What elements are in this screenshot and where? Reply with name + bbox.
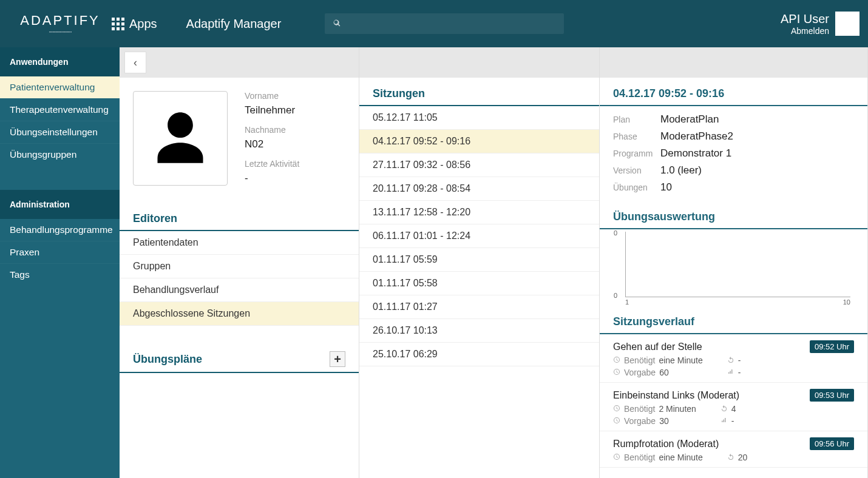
exercise-time-badge: 09:56 Uhr [810, 437, 854, 450]
kv-key-exercises: Übungen [613, 183, 660, 192]
lastname-label: Nachname [245, 125, 299, 135]
session-item[interactable]: 01.11.17 05:59 [359, 248, 599, 272]
search-box[interactable] [325, 13, 564, 34]
session-item[interactable]: 20.11.17 09:28 - 08:54 [359, 177, 599, 201]
logout-link[interactable]: Abmelden [781, 26, 829, 36]
firstname-label: Vorname [245, 91, 299, 101]
user-name: API User [781, 12, 829, 26]
kv-val-plan: ModeratPlan [660, 113, 719, 126]
cycle-icon [727, 355, 734, 365]
avatar[interactable] [835, 12, 860, 36]
session-item[interactable]: 04.12.17 09:52 - 09:16 [359, 130, 599, 153]
kv-key-phase: Phase [613, 132, 660, 141]
sidebar: Anwendungen Patientenverwaltung Therapeu… [0, 47, 120, 478]
kv-key-plan: Plan [613, 115, 660, 124]
x-tick-right: 10 [843, 298, 850, 306]
column-profile: ‹ Vorname Teilnehmer Nachname N02 Letzte… [120, 47, 359, 478]
profile-block: Vorname Teilnehmer Nachname N02 Letzte A… [120, 78, 359, 203]
cycle-icon [727, 453, 734, 462]
cycle-icon [721, 404, 728, 414]
clock-icon [613, 404, 620, 414]
search-input[interactable] [347, 19, 555, 29]
x-tick-left: 1 [625, 298, 629, 306]
session-item[interactable]: 05.12.17 11:05 [359, 106, 599, 130]
kv-val-phase: ModeratPhase2 [660, 130, 733, 143]
session-item[interactable]: 01.11.17 05:58 [359, 272, 599, 295]
editor-item-behandlungsverlauf[interactable]: Behandlungsverlauf [120, 278, 359, 302]
bars-icon [727, 368, 734, 377]
column-toolbar: ‹ [120, 47, 359, 78]
sidebar-item-uebungseinstellungen[interactable]: Übungseinstellungen [0, 121, 120, 143]
column-toolbar [600, 47, 867, 78]
kv-key-program: Programm [613, 149, 660, 158]
target-value: 60 [659, 368, 669, 377]
sidebar-item-tags[interactable]: Tags [0, 263, 120, 286]
session-item[interactable]: 27.11.17 09:32 - 08:56 [359, 153, 599, 177]
intensity-value: - [738, 368, 741, 377]
apps-grid-icon [112, 18, 124, 30]
kv-val-exercises: 10 [660, 181, 672, 194]
sidebar-item-therapeutenverwaltung[interactable]: Therapeutenverwaltung [0, 98, 120, 121]
exercise-item[interactable]: Gehen auf der Stelle09:52 UhrBenötigt ei… [600, 334, 867, 383]
y-tick-bottom: 0 [614, 292, 617, 299]
profile-fields: Vorname Teilnehmer Nachname N02 Letzte A… [245, 91, 299, 189]
lastname-value: N02 [245, 138, 299, 150]
search-icon [333, 19, 341, 29]
user-menu[interactable]: API User Abmelden [781, 12, 829, 36]
sidebar-item-behandlungsprogramme[interactable]: Behandlungsprogramme [0, 219, 120, 241]
app-title: Adaptify Manager [186, 17, 282, 31]
bars-icon [721, 416, 728, 426]
kv-key-version: Version [613, 166, 660, 175]
firstname-value: Teilnehmer [245, 104, 299, 116]
editor-item-gruppen[interactable]: Gruppen [120, 255, 359, 278]
back-button[interactable]: ‹ [124, 52, 146, 73]
target-label: Vorgabe [624, 368, 656, 377]
sidebar-item-patientenverwaltung[interactable]: Patientenverwaltung [0, 76, 120, 98]
plans-title-row: Übungspläne + [120, 342, 359, 373]
column-sessions: Sitzungen 05.12.17 11:0504.12.17 09:52 -… [359, 47, 600, 478]
topbar: ADAPTIFY ∙∙∙∙∙∙∙∙∙∙∙∙∙∙∙∙∙∙∙∙∙ Apps Adap… [0, 0, 868, 47]
clock-icon [613, 416, 620, 426]
content: ‹ Vorname Teilnehmer Nachname N02 Letzte… [120, 47, 868, 478]
sidebar-item-uebungsgruppen[interactable]: Übungsgruppen [0, 143, 120, 166]
needed-label: Benötigt [624, 453, 655, 462]
column-toolbar [359, 47, 599, 78]
exercise-item[interactable]: Einbeinstand Links (Moderat)09:53 UhrBen… [600, 383, 867, 431]
add-plan-button[interactable]: + [330, 351, 345, 367]
logo-text: ADAPTIFY [20, 13, 100, 29]
session-item[interactable]: 13.11.17 12:58 - 12:20 [359, 201, 599, 224]
session-item[interactable]: 01.11.17 01:27 [359, 295, 599, 319]
last-activity-value: - [245, 172, 299, 184]
apps-menu-button[interactable]: Apps [112, 17, 157, 31]
course-title: Sitzungsverlauf [600, 306, 867, 334]
needed-label: Benötigt [624, 355, 655, 365]
eval-title: Übungsauswertung [600, 201, 867, 229]
target-value: 30 [659, 416, 669, 426]
editor-item-abgeschlossene-sitzungen[interactable]: Abgeschlossene Sitzungen [120, 302, 359, 326]
plans-title: Übungspläne [133, 353, 202, 366]
session-list: 05.12.17 11:0504.12.17 09:52 - 09:1627.1… [359, 106, 599, 366]
session-detail-title: 04.12.17 09:52 - 09:16 [600, 78, 867, 106]
editor-item-patientendaten[interactable]: Patientendaten [120, 231, 359, 255]
needed-value: eine Minute [659, 355, 702, 365]
clock-icon [613, 355, 620, 365]
exercise-name: Einbeinstand Links (Moderat) [613, 390, 739, 401]
plus-icon: + [334, 352, 341, 366]
chart-plot-area: 0 0 [625, 232, 850, 297]
session-item[interactable]: 25.10.17 06:29 [359, 343, 599, 366]
logo: ADAPTIFY ∙∙∙∙∙∙∙∙∙∙∙∙∙∙∙∙∙∙∙∙∙ [8, 13, 112, 35]
sidebar-item-praxen[interactable]: Praxen [0, 241, 120, 263]
reps-value: 20 [738, 453, 748, 462]
exercise-list: Gehen auf der Stelle09:52 UhrBenötigt ei… [600, 334, 867, 468]
reps-value: - [738, 355, 741, 365]
needed-value: eine Minute [659, 453, 702, 462]
needed-value: 2 Minuten [659, 404, 696, 414]
chevron-left-icon: ‹ [134, 56, 137, 69]
intensity-value: - [731, 416, 734, 426]
session-item[interactable]: 06.11.17 01:01 - 12:24 [359, 224, 599, 248]
session-meta: PlanModeratPlan PhaseModeratPhase2 Progr… [600, 106, 867, 201]
exercise-item[interactable]: Rumpfrotation (Moderat)09:56 UhrBenötigt… [600, 431, 867, 468]
exercise-name: Rumpfrotation (Moderat) [613, 439, 719, 449]
sidebar-section-anwendungen: Anwendungen [0, 47, 120, 76]
session-item[interactable]: 26.10.17 10:13 [359, 319, 599, 343]
